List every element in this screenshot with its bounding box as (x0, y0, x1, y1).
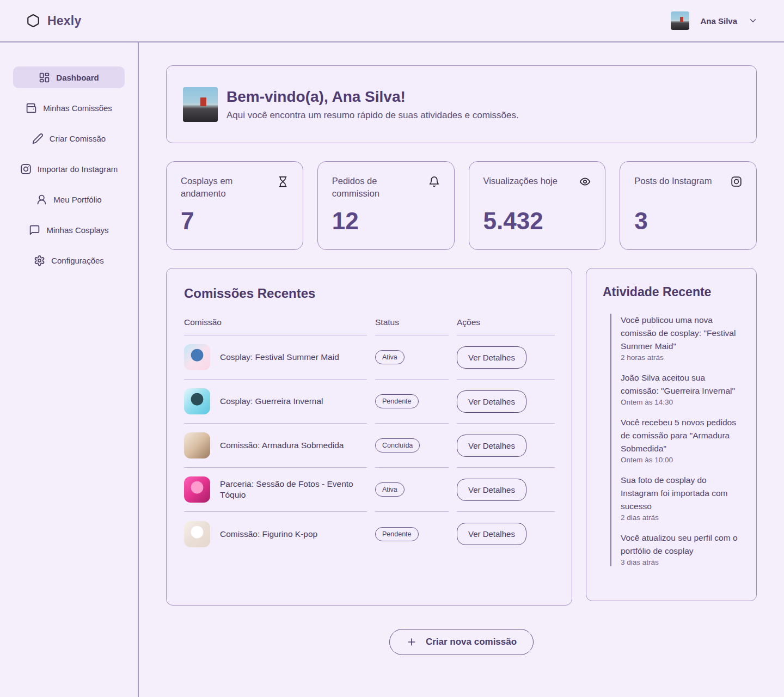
view-details-button[interactable]: Ver Detalhes (457, 523, 526, 545)
column-header-status: Status (375, 317, 449, 335)
activity-timestamp: 2 dias atrás (621, 513, 742, 522)
activity-timestamp: 3 dias atrás (621, 558, 742, 566)
stat-card: Visualizações hoje 5.432 (469, 161, 606, 250)
commission-thumbnail (184, 432, 210, 458)
activity-title: Atividade Recente (603, 285, 742, 299)
commission-title: Parceria: Sessão de Fotos - Evento Tóqui… (220, 479, 367, 500)
activity-item: Você atualizou seu perfil com o portfóli… (621, 531, 742, 566)
sidebar-item-label: Meu Portfólio (53, 195, 101, 204)
stat-value: 7 (181, 209, 289, 236)
user-menu[interactable]: Ana Silva (671, 11, 758, 30)
instagram-icon (20, 163, 32, 175)
activity-text: Você atualizou seu perfil com o portfóli… (621, 531, 742, 558)
grid-icon (39, 72, 50, 83)
user-avatar[interactable] (671, 11, 689, 30)
stat-value: 12 (332, 209, 440, 236)
view-details-button[interactable]: Ver Detalhes (457, 390, 526, 413)
column-header-commission: Comissão (184, 317, 367, 335)
sidebar-item[interactable]: Meu Portfólio (13, 188, 125, 210)
sidebar-item[interactable]: Configurações (13, 249, 125, 271)
message-icon (29, 224, 40, 236)
activity-list: Você publicou uma nova comissão de cospl… (610, 314, 742, 566)
sidebar-item-label: Importar do Instagram (38, 164, 118, 174)
stat-label: Posts do Instagram (634, 175, 712, 187)
sidebar-item-label: Dashboard (56, 73, 99, 82)
sidebar-item[interactable]: Criar Comissão (13, 127, 125, 149)
welcome-subtitle: Aqui você encontra um resumo rápido de s… (226, 110, 519, 121)
sidebar-item[interactable]: Minhas Comissões (13, 97, 125, 119)
stat-card: Pedidos de commission 12 (317, 161, 455, 250)
commission-title: Comissão: Figurino K-pop (220, 529, 317, 540)
stat-value: 3 (634, 209, 742, 236)
activity-timestamp: Ontem às 14:30 (621, 398, 742, 406)
activity-timestamp: Ontem às 10:00 (621, 456, 742, 464)
commissions-table: Comissão Status Ações Cosplay: Festival … (184, 317, 554, 556)
status-badge: Pendente (375, 394, 419, 408)
brand-name: Hexly (47, 14, 81, 28)
instagram-icon (731, 176, 742, 187)
commission-thumbnail (184, 521, 210, 547)
recent-commissions-panel: Comissões Recentes Comissão Status Ações… (166, 268, 572, 606)
user-icon (36, 194, 47, 205)
bell-icon (428, 176, 440, 200)
status-badge: Ativa (375, 350, 405, 364)
recent-activity-panel: Atividade Recente Você publicou uma nova… (586, 268, 757, 601)
activity-text: Você recebeu 5 novos pedidos de comissão… (621, 416, 742, 455)
wallet-icon (26, 102, 37, 114)
create-commission-button[interactable]: Criar nova comissão (389, 629, 534, 655)
gear-icon (34, 255, 45, 266)
commission-title: Comissão: Armadura Sobmedida (220, 440, 344, 451)
status-badge: Pendente (375, 527, 419, 541)
status-badge: Concluída (375, 438, 420, 453)
sidebar: Dashboard Minhas Comissões Criar Comissã… (0, 42, 139, 697)
activity-text: Você publicou uma nova comissão de cospl… (621, 314, 742, 353)
stat-card: Posts do Instagram 3 (620, 161, 757, 250)
activity-item: João Silva aceitou sua comissão: "Guerre… (621, 371, 742, 406)
main-content: Bem-vindo(a), Ana Silva! Aqui você encon… (139, 42, 784, 697)
sidebar-item[interactable]: Importar do Instagram (13, 158, 125, 180)
welcome-image (183, 87, 218, 122)
stat-label: Pedidos de commission (332, 175, 424, 200)
status-badge: Ativa (375, 482, 405, 497)
sidebar-item[interactable]: Dashboard (13, 66, 125, 88)
activity-text: João Silva aceitou sua comissão: "Guerre… (621, 371, 742, 398)
commission-title: Cosplay: Guerreira Invernal (220, 396, 323, 407)
activity-text: Sua foto de cosplay do Instagram foi imp… (621, 474, 742, 513)
welcome-card: Bem-vindo(a), Ana Silva! Aqui você encon… (166, 65, 757, 143)
hourglass-icon (277, 176, 289, 200)
activity-item: Sua foto de cosplay do Instagram foi imp… (621, 474, 742, 522)
app-header: Hexly Ana Silva (0, 0, 784, 42)
activity-item: Você publicou uma nova comissão de cospl… (621, 314, 742, 362)
stat-card: Cosplays em andamento 7 (166, 161, 303, 250)
sidebar-item[interactable]: Minhas Cosplays (13, 219, 125, 241)
plus-icon (406, 637, 417, 647)
stat-label: Cosplays em andamento (181, 175, 273, 200)
eye-icon (579, 176, 591, 187)
activity-timestamp: 2 horas atrás (621, 353, 742, 362)
sidebar-item-label: Criar Comissão (50, 134, 106, 143)
user-name: Ana Silva (700, 16, 737, 26)
sidebar-item-label: Minhas Comissões (43, 103, 112, 113)
activity-item: Você recebeu 5 novos pedidos de comissão… (621, 416, 742, 464)
view-details-button[interactable]: Ver Detalhes (457, 435, 526, 457)
pencil-icon (32, 133, 44, 144)
stat-value: 5.432 (483, 209, 591, 236)
stat-label: Visualizações hoje (483, 175, 558, 187)
commission-thumbnail (184, 476, 210, 503)
view-details-button[interactable]: Ver Detalhes (457, 346, 526, 369)
column-header-actions: Ações (457, 317, 555, 335)
stat-cards: Cosplays em andamento 7 Pedidos de commi… (166, 161, 757, 250)
hexagon-logo-icon (26, 14, 40, 28)
chevron-down-icon[interactable] (748, 16, 758, 26)
view-details-button[interactable]: Ver Detalhes (457, 479, 526, 501)
commissions-title: Comissões Recentes (184, 286, 554, 301)
brand: Hexly (26, 14, 81, 28)
create-commission-label: Criar nova comissão (426, 637, 517, 647)
sidebar-item-label: Configurações (51, 256, 104, 265)
commission-title: Cosplay: Festival Summer Maid (220, 352, 339, 363)
welcome-title: Bem-vindo(a), Ana Silva! (226, 88, 519, 106)
commission-thumbnail (184, 344, 210, 370)
commission-thumbnail (184, 388, 210, 414)
sidebar-item-label: Minhas Cosplays (46, 225, 108, 235)
